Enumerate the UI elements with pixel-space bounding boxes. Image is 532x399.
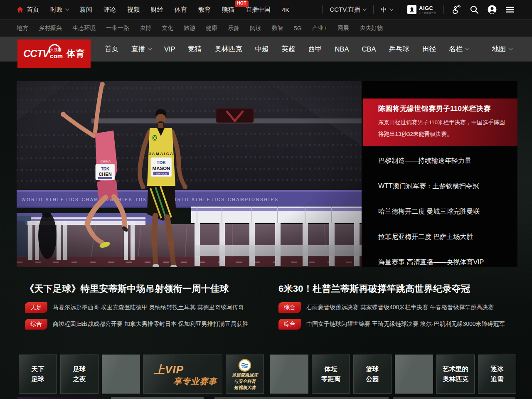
nav-home[interactable]: 首页 xyxy=(17,6,39,14)
subnav-jiankang[interactable]: 健康 xyxy=(206,25,217,32)
sports-nav-links: 首页 直播 VIP 竞猜 奥林匹克 中超 英超 西甲 NBA CBA 乒乓球 田… xyxy=(105,44,469,54)
category-badge[interactable]: 综合 xyxy=(25,319,47,330)
sports-nav-map[interactable]: 地图 xyxy=(492,44,512,54)
headline-item[interactable]: 巴黎制造——持续输送年轻力量 xyxy=(378,157,513,165)
subnav-yidaiyilu[interactable]: 一带一路 xyxy=(106,25,129,32)
nav-shizheng[interactable]: 时政 xyxy=(50,6,69,14)
nav-tiyu[interactable]: 体育 xyxy=(175,6,187,14)
logo-swoosh-icon xyxy=(47,43,62,57)
sports-nav-jingcai[interactable]: 竞猜 xyxy=(188,44,202,54)
chevron-down-icon xyxy=(466,46,470,50)
subnav-wangzhan[interactable]: 网展 xyxy=(337,25,349,32)
news-row: 综合 商竣程回归出战成都公开赛 加拿大男排零封日本 保加利亚男排打满五局获胜 xyxy=(17,319,264,330)
card-zhubing-zhuixue[interactable]: 逐冰追雪 xyxy=(478,355,516,394)
featured-description: 东京田径世锦赛男子110米栏半决赛，中国选手陈圆将跑出13秒32未能晋级决赛。 xyxy=(378,117,507,140)
subnav-chanye[interactable]: 产业+ xyxy=(312,25,327,32)
news-title[interactable]: 6米30！杜普兰蒂斯再破撑竿跳高世界纪录夺冠 xyxy=(270,283,517,295)
nav-xinwen[interactable]: 新闻 xyxy=(80,6,92,14)
card-lanqiu-gongyuan[interactable]: 篮球公园 xyxy=(353,355,392,394)
subnav-yuedu[interactable]: 阅读 xyxy=(250,25,261,32)
aigc-subtitle: 人工智能编辑部 xyxy=(419,12,436,14)
headline-item[interactable]: WTT澳门冠军赛：王楚钦横扫夺冠 xyxy=(378,182,513,191)
card-partial xyxy=(111,397,204,399)
cctv-sports-logo[interactable]: CCTV 央视网 com 体育 xyxy=(17,39,91,68)
subnav-yangbo[interactable]: 央博 xyxy=(140,25,151,32)
subnav-5g[interactable]: 5G xyxy=(294,25,302,32)
news-links[interactable]: 中国女子链球闪耀世锦赛 王琦无缘链球决赛 埃尔·巴凯利无缘3000米障碍冠军 xyxy=(306,320,505,328)
nav-cctv-live-menu[interactable]: CCTV.直播 xyxy=(330,6,366,14)
card-contest[interactable]: 首届应急减灾 与安全科普 短视频大赛 xyxy=(226,355,264,394)
subnav-difang[interactable]: 地方 xyxy=(17,25,28,32)
card-zuqiu-zhiye[interactable]: 足球之夜 xyxy=(60,355,99,394)
headline-item[interactable]: 海量赛事 高清直播——央视体育VIP xyxy=(378,258,513,267)
card-partial xyxy=(393,397,515,399)
sports-nav-vip[interactable]: VIP xyxy=(164,45,175,53)
sub-nav: 地方 乡村振兴 生态环境 一带一路 央博 文化 旅游 健康 乐龄 阅读 数智 5… xyxy=(0,19,532,37)
top-nav-left: 首页 时政 新闻 评论 视频 财经 体育 教育 熊猫HOT 直播中国 4K xyxy=(17,6,289,14)
menu-button[interactable] xyxy=(505,4,515,15)
sports-nav-cba[interactable]: CBA xyxy=(362,45,376,53)
subnav-lvyou[interactable]: 旅游 xyxy=(184,25,195,32)
category-badge[interactable]: 天足 xyxy=(25,302,47,313)
search-button[interactable] xyxy=(469,4,480,15)
divider xyxy=(322,5,323,14)
card-tianxia-zuqiu[interactable]: 天下足球 xyxy=(19,355,57,394)
sports-nav-olympics[interactable]: 奥林匹克 xyxy=(215,44,242,54)
subnav-shuzhi[interactable]: 数智 xyxy=(272,25,283,32)
nav-shipin[interactable]: 视频 xyxy=(127,6,140,14)
card-placeholder[interactable] xyxy=(270,355,308,394)
sports-nav-epl[interactable]: 英超 xyxy=(282,44,296,54)
search-icon xyxy=(469,5,479,15)
featured-title: 陈圆将无缘世锦赛男子110米栏决赛 xyxy=(378,104,507,113)
top-nav: 首页 时政 新闻 评论 视频 财经 体育 教育 熊猫HOT 直播中国 4K CC… xyxy=(0,0,532,19)
sports-nav-live[interactable]: 直播 xyxy=(131,44,151,54)
subnav-leling[interactable]: 乐龄 xyxy=(228,25,239,32)
nav-xiongmao[interactable]: 熊猫HOT xyxy=(222,6,234,14)
divider xyxy=(373,5,374,14)
category-badge[interactable]: 综合 xyxy=(278,302,301,313)
sports-nav-pingpang[interactable]: 乒乓球 xyxy=(389,44,409,54)
subnav-xiangcunzhenxing[interactable]: 乡村振兴 xyxy=(39,25,62,32)
next-card-row-partial xyxy=(17,397,515,399)
card-vip-promo[interactable]: 上VIP 享专业赛事 xyxy=(143,355,222,394)
nav-4k[interactable]: 4K xyxy=(282,6,289,13)
shortcut-cards: 天下足球 足球之夜 上VIP 享专业赛事 首届应急减灾 与安全科普 短视频大赛 xyxy=(19,355,516,394)
sports-nav-laliga[interactable]: 西甲 xyxy=(308,44,322,54)
sports-nav-csl[interactable]: 中超 xyxy=(255,44,269,54)
nav-language-menu[interactable]: 中 xyxy=(381,6,393,14)
news-section: 《天下足球》特里安蒂斯中场吊射领衔一周十佳球 天足 马夏尔远赴墨西哥 埃里克森登… xyxy=(17,283,517,335)
chevron-down-icon xyxy=(65,7,69,11)
headline-item[interactable]: 哈兰德梅开二度 曼城三球完胜曼联 xyxy=(378,207,513,216)
card-placeholder[interactable] xyxy=(102,355,140,394)
subnav-yangyanghaowu[interactable]: 央央好物 xyxy=(360,25,383,32)
card-titan-lingjuli[interactable]: 体坛零距离 xyxy=(312,355,350,394)
subnav-shengtaihuanjing[interactable]: 生态环境 xyxy=(72,25,96,32)
user-button[interactable] xyxy=(487,4,498,15)
news-links[interactable]: 石雨豪晋级跳远决赛 莫家蝶晋级400米栏半决赛 牛春格晋级撑竿跳高决赛 xyxy=(306,304,494,311)
news-row: 综合 中国女子链球闪耀世锦赛 王琦无缘链球决赛 埃尔·巴凯利无缘3000米障碍冠… xyxy=(270,319,517,330)
subnav-wenhua[interactable]: 文化 xyxy=(162,25,173,32)
featured-story[interactable]: 陈圆将无缘世锦赛男子110米栏决赛 东京田径世锦赛男子110米栏半决赛，中国选手… xyxy=(363,99,517,146)
card-placeholder[interactable] xyxy=(395,355,433,394)
headline-list: 巴黎制造——持续输送年轻力量 WTT澳门冠军赛：王楚钦横扫夺冠 哈兰德梅开二度 … xyxy=(362,146,517,267)
chevron-down-icon xyxy=(363,7,367,11)
headline-item[interactable]: 拉菲尼亚梅开二度 巴萨主场大胜 xyxy=(378,233,513,241)
sports-nav-nba[interactable]: NBA xyxy=(335,45,349,53)
accessibility-button[interactable] xyxy=(451,4,462,15)
nav-zhibo-zhongguo[interactable]: 直播中国 xyxy=(246,6,271,14)
news-links[interactable]: 马夏尔远赴墨西哥 埃里克森登陆德甲 奥纳纳转投土耳其 莫德里奇续写传奇 xyxy=(53,304,244,311)
nav-caijing[interactable]: 财经 xyxy=(151,6,163,14)
card-yishu-aolinpike[interactable]: 艺术里的奥林匹克 xyxy=(436,355,475,394)
sports-nav-home[interactable]: 首页 xyxy=(105,44,118,54)
nav-jiaoyu[interactable]: 教育 xyxy=(198,6,211,14)
news-links[interactable]: 商竣程回归出战成都公开赛 加拿大男排零封日本 保加利亚男排打满五局获胜 xyxy=(53,320,248,328)
sports-nav-minglan[interactable]: 名栏 xyxy=(449,44,469,54)
sports-nav-tianjing[interactable]: 田径 xyxy=(422,44,436,54)
aigc-link[interactable]: AIGC 人工智能编辑部 xyxy=(407,5,436,14)
news-title[interactable]: 《天下足球》特里安蒂斯中场吊射领衔一周十佳球 xyxy=(17,283,264,295)
hero-photo[interactable]: WORLD ATHLETICS CHAMPIONSHIPS TOKYO 25 W… xyxy=(17,81,362,267)
nav-pinglun[interactable]: 评论 xyxy=(103,6,116,14)
news-column-left: 《天下足球》特里安蒂斯中场吊射领衔一周十佳球 天足 马夏尔远赴墨西哥 埃里克森登… xyxy=(17,283,264,335)
category-badge[interactable]: 综合 xyxy=(278,319,301,330)
hero-headline-panel: 陈圆将无缘世锦赛男子110米栏决赛 东京田径世锦赛男子110米栏半决赛，中国选手… xyxy=(362,81,517,267)
